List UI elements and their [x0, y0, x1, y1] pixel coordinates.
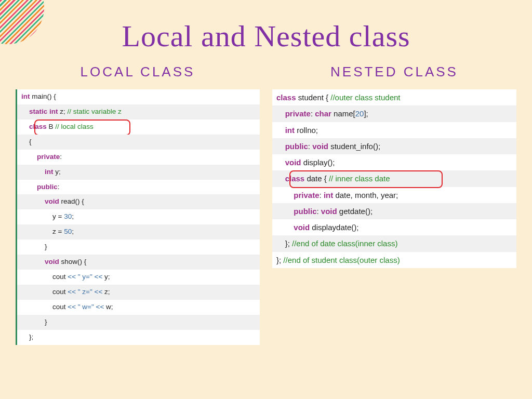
- code-line: void read() {: [17, 194, 260, 209]
- code-line: }: [17, 315, 260, 330]
- left-code-box: int main() { static int z; // static var…: [16, 89, 260, 345]
- right-code-box: class student { //outer class student pr…: [272, 89, 516, 268]
- code-line: private:: [17, 150, 260, 165]
- code-line: y = 30;: [17, 209, 260, 224]
- code-line: class B // local class: [17, 119, 260, 135]
- code-line: cout << " w=" << w;: [17, 300, 260, 315]
- code-line: void display();: [272, 154, 516, 170]
- code-line: }; //end of student class(outer class): [272, 252, 516, 268]
- code-line: cout << " y=" << y;: [17, 270, 260, 285]
- code-line: {: [17, 135, 260, 150]
- code-line: int y;: [17, 165, 260, 180]
- right-column: NESTED CLASS class student { //outer cla…: [272, 64, 516, 345]
- page-title: Local and Nested class: [0, 19, 532, 54]
- code-line: }; //end of date class(inner class): [272, 235, 516, 251]
- code-line: class date { // inner class date: [272, 170, 516, 187]
- code-line: int rollno;: [272, 122, 516, 138]
- code-line: private: int date, month, year;: [272, 187, 516, 203]
- code-line: z = 50;: [17, 224, 260, 240]
- left-heading: LOCAL CLASS: [16, 64, 260, 80]
- code-line: public: void getdate();: [272, 203, 516, 219]
- code-line: static int z; // static variable z: [17, 104, 260, 119]
- code-line: private: char name[20];: [272, 105, 516, 122]
- code-line: class student { //outer class student: [272, 89, 516, 105]
- code-line: int main() {: [17, 89, 260, 104]
- left-column: LOCAL CLASS int main() { static int z; /…: [16, 64, 260, 345]
- code-line: };: [17, 330, 260, 345]
- code-line: void displaydate();: [272, 219, 516, 235]
- code-line: public: void student_info();: [272, 138, 516, 154]
- columns-wrapper: LOCAL CLASS int main() { static int z; /…: [0, 64, 532, 345]
- code-line: }: [17, 240, 260, 255]
- code-line: public:: [17, 180, 260, 195]
- right-heading: NESTED CLASS: [272, 64, 516, 80]
- code-line: void show() {: [17, 255, 260, 270]
- code-line: cout << " z=" << z;: [17, 285, 260, 300]
